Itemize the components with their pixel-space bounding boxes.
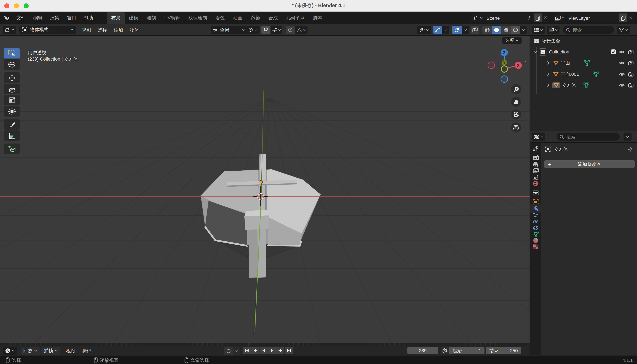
tool-scale[interactable] — [4, 95, 20, 105]
outliner-row-cube-selected[interactable]: 立方体 — [530, 80, 637, 90]
breadcrumb-object-name[interactable]: 立方体 — [554, 146, 568, 152]
outliner-row-collection[interactable]: Collection — [530, 47, 637, 57]
gizmo-settings-dropdown[interactable] — [442, 26, 449, 34]
add-modifier-button[interactable]: + 添加修改器 — [544, 160, 635, 168]
sidebar-collapse-arrow[interactable]: ‹ — [525, 58, 527, 64]
tab-modeling[interactable]: 建模 — [125, 12, 142, 24]
scene-browse-dropdown[interactable] — [471, 14, 485, 22]
camera-render-icon[interactable] — [628, 83, 634, 87]
pan-view-button[interactable] — [511, 97, 521, 107]
snap-toggle[interactable] — [261, 26, 271, 34]
menu-add[interactable]: 添加 — [110, 24, 126, 36]
snap-settings-dropdown[interactable] — [271, 26, 282, 34]
tab-rendering[interactable]: 渲染 — [247, 12, 264, 24]
viewport-canvas[interactable]: 用户透视 (239) Collection | 立方体 选项 ‹ Y — [0, 36, 530, 344]
tab-sculpting[interactable]: 雕刻 — [142, 12, 160, 24]
axis-gizmo[interactable]: Y Z X — [485, 46, 525, 86]
tab-tool[interactable] — [530, 144, 541, 153]
pin-icon[interactable] — [628, 147, 633, 152]
zoom-window-button[interactable] — [24, 3, 29, 8]
tool-measure[interactable] — [4, 130, 20, 141]
viewport-options-dropdown[interactable]: 选项 — [502, 37, 522, 44]
frame-start-field[interactable]: 起始 1 — [449, 347, 485, 354]
remove-viewlayer-button[interactable]: ✕ — [627, 14, 634, 22]
xray-toggle[interactable] — [471, 26, 479, 34]
viewlayer-selector[interactable]: ViewLayer ✕ — [553, 14, 634, 22]
camera-render-icon[interactable] — [628, 60, 634, 65]
eye-icon[interactable] — [619, 83, 625, 87]
outliner-filter-dropdown[interactable] — [617, 26, 630, 34]
auto-key-toggle[interactable] — [224, 347, 233, 355]
overlays-settings-dropdown[interactable] — [462, 26, 469, 34]
jump-to-end-button[interactable] — [285, 347, 293, 354]
checkbox-icon[interactable] — [611, 49, 616, 54]
tool-rotate[interactable] — [4, 84, 20, 94]
editor-type-dropdown[interactable] — [3, 26, 17, 34]
outliner-display-mode-dropdown[interactable] — [547, 26, 559, 34]
tab-animation[interactable]: 动画 — [229, 12, 247, 24]
tab-texture[interactable] — [530, 242, 541, 251]
playback-menu[interactable]: 回放 — [21, 347, 40, 354]
properties-editor-type-dropdown[interactable] — [532, 132, 545, 141]
mode-dropdown[interactable]: 物体模式 — [19, 26, 76, 34]
tab-shading[interactable]: 着色 — [211, 12, 229, 24]
tool-move[interactable] — [4, 72, 20, 83]
tab-compositing[interactable]: 合成 — [264, 12, 282, 24]
playhead-tick[interactable] — [249, 344, 249, 346]
next-keyframe-button[interactable] — [276, 347, 285, 354]
toggle-ortho-button[interactable] — [511, 122, 521, 132]
menu-window[interactable]: 窗口 — [63, 12, 80, 24]
new-scene-button[interactable] — [534, 14, 542, 22]
show-overlays-toggle[interactable] — [452, 26, 462, 34]
menu-object[interactable]: 物体 — [126, 24, 142, 36]
pin-icon[interactable] — [526, 14, 534, 22]
play-reverse-button[interactable] — [260, 347, 268, 354]
visibility-dropdown[interactable] — [417, 26, 431, 34]
pivot-point-dropdown[interactable] — [246, 26, 260, 34]
timeline-view-menu[interactable]: 视图 — [63, 345, 79, 357]
tab-collection[interactable] — [530, 188, 541, 197]
viewlayer-browse-dropdown[interactable] — [553, 14, 567, 22]
play-button[interactable] — [268, 347, 276, 354]
frame-end-field[interactable]: 结束 250 — [486, 347, 521, 354]
camera-view-button[interactable] — [511, 110, 521, 120]
scene-selector[interactable]: Scene ✕ — [471, 14, 549, 22]
tab-geometry-nodes[interactable]: 几何节点 — [282, 12, 309, 24]
proportional-edit-toggle[interactable] — [286, 26, 295, 34]
current-frame-field[interactable]: 239 — [407, 347, 438, 354]
tool-transform[interactable] — [4, 106, 20, 116]
tool-cursor[interactable] — [4, 59, 20, 70]
rendered-shading-button[interactable] — [511, 26, 520, 34]
zoom-view-button[interactable] — [511, 84, 521, 94]
outliner-row-plane[interactable]: 平面 — [530, 58, 637, 68]
keying-menu[interactable]: 插帧 — [41, 347, 60, 354]
eye-icon[interactable] — [619, 60, 625, 65]
camera-render-icon[interactable] — [628, 72, 634, 76]
transform-orientation-dropdown[interactable]: 全局 — [211, 26, 247, 34]
previous-keyframe-button[interactable] — [251, 347, 260, 354]
outliner-row-scene-collection[interactable]: 场景集合 — [530, 36, 637, 46]
close-window-button[interactable] — [4, 3, 9, 8]
menu-select[interactable]: 选择 — [94, 24, 110, 36]
tab-scripting[interactable]: 脚本 — [309, 12, 327, 24]
menu-render[interactable]: 渲染 — [46, 12, 63, 24]
unlink-scene-button[interactable]: ✕ — [542, 14, 549, 22]
show-gizmo-toggle[interactable] — [433, 26, 442, 34]
outliner-search-input[interactable]: 搜索 — [563, 26, 614, 34]
outliner-editor-type-dropdown[interactable] — [532, 26, 545, 34]
tool-select-box[interactable] — [4, 48, 20, 58]
eye-icon[interactable] — [619, 72, 625, 76]
tool-add-cube[interactable] — [4, 144, 20, 154]
menu-view[interactable]: 视图 — [78, 24, 94, 36]
tool-annotate[interactable] — [4, 119, 20, 130]
eye-icon[interactable] — [619, 50, 625, 54]
scene-name[interactable]: Scene — [485, 15, 526, 20]
tab-texture-paint[interactable]: 纹理绘制 — [184, 12, 211, 24]
menu-edit[interactable]: 编辑 — [30, 12, 46, 24]
solid-shading-button[interactable] — [492, 26, 501, 34]
jump-to-start-button[interactable] — [243, 347, 251, 354]
menu-help[interactable]: 帮助 — [80, 12, 97, 24]
outliner-row-plane-001[interactable]: 平面.001 — [530, 69, 637, 79]
add-workspace-button[interactable]: + — [327, 12, 338, 24]
tab-uv-editing[interactable]: UV编辑 — [160, 12, 184, 24]
